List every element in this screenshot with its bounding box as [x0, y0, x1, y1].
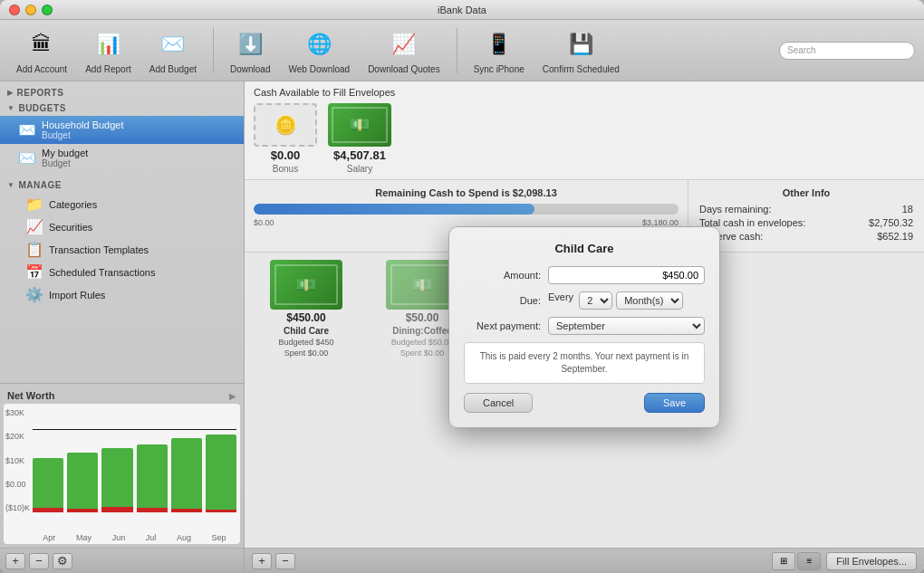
modal-next-payment-label: Next payment: — [464, 320, 541, 331]
chart-x-label-jun: Jun — [112, 533, 126, 542]
scheduled-transactions-icon: 📅 — [25, 263, 43, 281]
budget-envelope-icon: ✉️ — [18, 121, 36, 138]
add-account-button[interactable]: 🏛 Add Account — [9, 24, 74, 78]
chart-x-label-apr: Apr — [43, 533, 55, 542]
securities-icon: 📈 — [25, 218, 43, 235]
chart-y-label-10k: $10K — [5, 456, 30, 465]
reports-section-header: ▶ REPORTS — [0, 85, 244, 100]
chart-bars — [33, 408, 236, 512]
titlebar-buttons — [9, 5, 53, 15]
chart-bar-green-aug — [171, 438, 202, 509]
sidebar-item-import-rules[interactable]: ⚙️ Import Rules — [0, 283, 244, 306]
sidebar-item-household-budget[interactable]: ✉️ Household Budget Budget — [0, 116, 244, 144]
sync-iphone-button[interactable]: 📱 Sync iPhone — [467, 24, 532, 78]
chart-bar-may — [67, 453, 98, 512]
modal-cancel-button[interactable]: Cancel — [464, 393, 533, 413]
modal-save-button[interactable]: Save — [644, 393, 705, 413]
budgets-section-label: BUDGETS — [18, 103, 65, 113]
categories-icon: 📁 — [25, 196, 43, 213]
close-button[interactable] — [9, 5, 20, 15]
titlebar: iBank Data — [0, 0, 924, 20]
sidebar-item-my-budget[interactable]: ✉️ My budget Budget — [0, 144, 244, 172]
add-report-button[interactable]: 📊 Add Report — [78, 24, 139, 78]
add-account-label: Add Account — [16, 64, 67, 74]
add-budget-label: Add Budget — [149, 64, 197, 74]
modal-due-number-select[interactable]: 2 1 3 — [579, 291, 612, 310]
my-budget-sub: Budget — [42, 158, 88, 168]
chart-y-label-neg10k: ($10)K — [5, 503, 30, 512]
chart-x-label-sep: Sep — [212, 533, 226, 542]
modal-title: Child Care — [464, 242, 705, 255]
sidebar-content: ▶ REPORTS ▼ BUDGETS ✉️ Household Budget … — [0, 81, 244, 383]
sidebar-item-categories[interactable]: 📁 Categories — [0, 193, 244, 215]
web-download-label: Web Download — [289, 64, 351, 74]
manage-arrow-icon: ▼ — [7, 181, 14, 189]
scheduled-transactions-label: Scheduled Transactions — [49, 267, 155, 278]
chart-bar-sep — [206, 435, 236, 512]
modal-buttons: Cancel Save — [464, 393, 705, 413]
sidebar-add-button[interactable]: + — [5, 553, 25, 569]
budgets-arrow-icon: ▼ — [7, 104, 14, 112]
chart-x-label-jul: Jul — [146, 533, 157, 542]
confirm-scheduled-label: Confirm Scheduled — [543, 64, 620, 74]
content-area: Cash Available to Fill Envelopes 🪙 $0.00… — [245, 81, 924, 573]
download-quotes-label: Download Quotes — [368, 64, 440, 74]
chart-bar-green-apr — [33, 458, 63, 508]
search-input[interactable]: Search — [779, 42, 915, 60]
net-worth-section: Net Worth ▶ $30K $20K $10K $0.00 ($10)K — [0, 383, 244, 548]
household-budget-label: Household Budget — [42, 119, 124, 130]
toolbar: 🏛 Add Account 📊 Add Report ✉️ Add Budget… — [0, 20, 924, 81]
add-budget-icon: ✉️ — [156, 27, 190, 62]
chart-bar-apr — [33, 458, 63, 512]
budgets-section-header: ▼ BUDGETS — [0, 100, 244, 116]
sidebar-remove-button[interactable]: − — [29, 553, 49, 569]
categories-label: Categories — [49, 199, 97, 210]
chart-y-label-20k: $20K — [5, 432, 30, 441]
net-worth-title: Net Worth — [7, 390, 54, 401]
sync-iphone-label: Sync iPhone — [474, 64, 525, 74]
modal-amount-input[interactable] — [548, 266, 705, 284]
download-quotes-icon: 📈 — [387, 27, 421, 62]
modal-due-unit-select[interactable]: Month(s) Week(s) Year(s) — [616, 291, 683, 310]
chart-bar-green-jul — [137, 444, 168, 508]
modal-next-payment-row: Next payment: September October November — [464, 317, 705, 335]
confirm-scheduled-button[interactable]: 💾 Confirm Scheduled — [535, 24, 627, 78]
chart-y-label-30k: $30K — [5, 408, 30, 417]
modal-overlay: Child Care Amount: Due: Every 2 1 3 — [245, 81, 924, 573]
manage-section-label: MANAGE — [18, 180, 61, 190]
maximize-button[interactable] — [42, 5, 53, 15]
confirm-scheduled-icon: 💾 — [563, 27, 598, 62]
chart-bar-jul — [137, 444, 168, 512]
sidebar-item-scheduled-transactions[interactable]: 📅 Scheduled Transactions — [0, 261, 244, 283]
net-worth-expand-icon[interactable]: ▶ — [229, 391, 236, 401]
chart-bar-red-jun — [101, 507, 132, 512]
web-download-icon: 🌐 — [302, 27, 336, 62]
modal-amount-label: Amount: — [464, 270, 541, 281]
minimize-button[interactable] — [25, 5, 36, 15]
import-rules-label: Import Rules — [49, 290, 105, 301]
download-button[interactable]: ⬇️ Download — [223, 24, 277, 78]
reports-section-label: REPORTS — [17, 88, 64, 98]
chart-bar-red-jul — [137, 508, 168, 512]
download-icon: ⬇️ — [233, 27, 267, 62]
download-quotes-button[interactable]: 📈 Download Quotes — [361, 24, 448, 78]
web-download-button[interactable]: 🌐 Web Download — [282, 24, 358, 78]
search-placeholder: Search — [787, 45, 816, 55]
child-care-modal: Child Care Amount: Due: Every 2 1 3 — [448, 226, 720, 428]
securities-label: Securities — [49, 222, 92, 233]
sidebar-item-securities[interactable]: 📈 Securities — [0, 215, 244, 238]
transaction-templates-label: Transaction Templates — [49, 244, 149, 255]
chart-bar-red-sep — [206, 510, 236, 512]
modal-due-row: Due: Every 2 1 3 Month(s) Week(s) — [464, 291, 705, 310]
sidebar-action-button[interactable]: ⚙ — [53, 553, 72, 569]
modal-next-payment-select[interactable]: September October November — [548, 317, 705, 335]
sidebar-item-transaction-templates[interactable]: 📋 Transaction Templates — [0, 238, 244, 261]
sidebar: ▶ REPORTS ▼ BUDGETS ✉️ Household Budget … — [0, 81, 245, 573]
add-budget-button[interactable]: ✉️ Add Budget — [142, 24, 204, 78]
modal-due-label: Due: — [464, 295, 541, 306]
chart-x-labels: Apr May Jun Jul Aug Sep — [33, 533, 236, 542]
chart-y-label-0: $0.00 — [5, 480, 30, 489]
chart-bar-green-sep — [206, 435, 236, 510]
modal-due-prefix: Every — [548, 291, 573, 310]
chart-x-label-aug: Aug — [177, 533, 191, 542]
